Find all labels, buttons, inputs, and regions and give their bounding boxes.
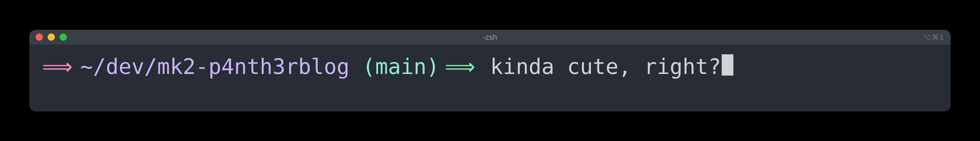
window-title: -zsh <box>483 33 497 41</box>
cursor-icon <box>722 54 733 76</box>
branch-open: ( <box>363 54 375 79</box>
traffic-lights <box>36 33 67 41</box>
titlebar-right-hint: ⌥⌘1 <box>923 33 944 41</box>
terminal-window: -zsh ⌥⌘1 ⟹ ~/dev/mk2-p4nth3rblog (main) … <box>29 30 951 111</box>
fullscreen-icon[interactable] <box>60 33 67 41</box>
prompt-arrow-icon: ⟹ <box>42 54 73 79</box>
minimize-icon[interactable] <box>48 33 55 41</box>
titlebar: -zsh ⌥⌘1 <box>29 30 951 45</box>
prompt-arrow-icon: ⟹ <box>445 54 476 79</box>
terminal-body[interactable]: ⟹ ~/dev/mk2-p4nth3rblog (main) ⟹ kinda c… <box>29 45 951 111</box>
branch-name: main <box>375 54 426 79</box>
branch-close: ) <box>426 54 439 79</box>
command-input[interactable]: kinda cute, right? <box>490 54 721 79</box>
cwd-path: ~/dev/mk2-p4nth3rblog <box>80 54 349 79</box>
prompt-line: ⟹ ~/dev/mk2-p4nth3rblog (main) ⟹ kinda c… <box>42 53 938 79</box>
git-branch: (main) <box>349 54 439 79</box>
close-icon[interactable] <box>36 33 43 41</box>
